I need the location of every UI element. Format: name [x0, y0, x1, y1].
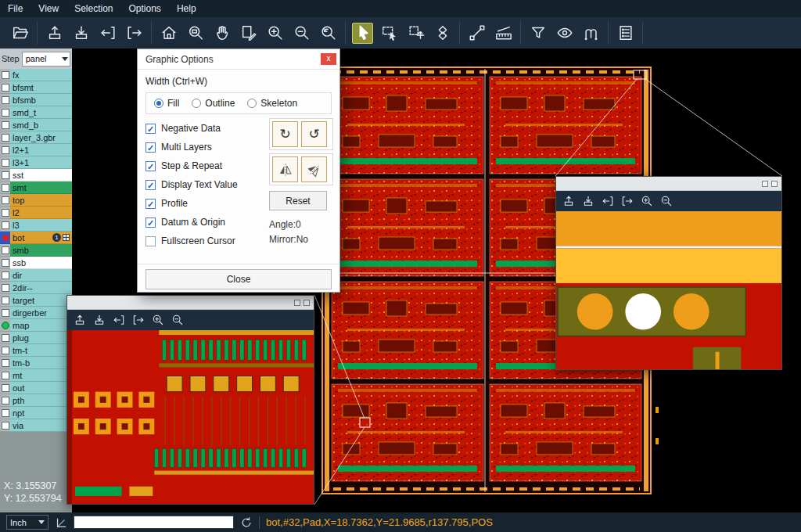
layer-row-l2[interactable]: l2 [0, 207, 72, 219]
layer-row-smd_t[interactable]: smd_t [0, 106, 72, 119]
back-left-icon[interactable] [113, 314, 125, 326]
zoom-in-icon[interactable] [152, 314, 164, 326]
pointer-icon[interactable] [352, 23, 373, 44]
checkbox-multi-layers[interactable]: ✓Multi Layers [145, 138, 263, 156]
layer-checkbox[interactable] [0, 269, 10, 282]
command-input[interactable] [74, 516, 234, 529]
active-layer-indicator[interactable] [0, 232, 10, 244]
layer-checkbox[interactable] [0, 419, 10, 432]
checkbox-negative-data[interactable]: ✓Negative Data [145, 119, 263, 138]
layer-row-smt[interactable]: smt [0, 182, 72, 194]
layer-row-l3+1[interactable]: l3+1 [0, 156, 72, 169]
layer-row-ssb[interactable]: ssb [0, 257, 72, 269]
layer-row-smb[interactable]: smb [0, 244, 72, 257]
layer-row-out[interactable]: out [0, 382, 72, 394]
mirror-vertical-icon[interactable] [301, 156, 327, 182]
unit-select[interactable]: Inch [6, 515, 48, 530]
checkbox-profile[interactable]: ✓Profile [145, 194, 263, 213]
magnifier-1-titlebar[interactable] [67, 296, 314, 310]
zoom-out-icon[interactable] [171, 314, 184, 326]
layer-checkbox[interactable] [0, 207, 10, 219]
radio-skeleton[interactable]: Skeleton [247, 98, 297, 109]
layer-checkbox[interactable] [0, 307, 10, 319]
radio-circle[interactable] [154, 99, 163, 108]
layer-checkbox[interactable] [0, 81, 10, 94]
magnifier-2-view[interactable] [556, 211, 781, 369]
layer-checkbox[interactable] [0, 369, 10, 382]
mirror-horizontal-icon[interactable] [272, 156, 298, 182]
export-icon[interactable] [70, 23, 92, 44]
zoom-out-icon[interactable] [291, 23, 312, 44]
back-left-icon[interactable] [602, 195, 614, 207]
layer-checkbox[interactable] [0, 144, 10, 156]
window-close-icon[interactable] [771, 181, 778, 187]
layer-row-dir[interactable]: dir [0, 269, 72, 282]
step-select[interactable]: panel [22, 52, 70, 66]
close-button[interactable]: Close [145, 269, 332, 289]
magnifier-1-view[interactable] [67, 330, 314, 504]
layer-row-l2+1[interactable]: l2+1 [0, 144, 72, 156]
ruler-icon[interactable] [493, 23, 514, 44]
layer-checkbox[interactable] [0, 156, 10, 169]
layer-checkbox[interactable] [0, 257, 10, 269]
layer-checkbox[interactable] [0, 357, 10, 369]
magnifier-window-1[interactable] [66, 295, 314, 505]
import-icon[interactable] [562, 195, 575, 207]
layer-visibility-dot[interactable] [0, 319, 10, 332]
layer-checkbox[interactable] [0, 131, 10, 144]
layer-row-smd_b[interactable]: smd_b [0, 119, 72, 131]
align-compare-icon[interactable] [432, 23, 453, 44]
layer-checkbox[interactable] [0, 169, 10, 182]
layer-checkbox[interactable] [0, 219, 10, 232]
layer-row-plug[interactable]: plug [0, 332, 72, 344]
layer-checkbox[interactable] [0, 244, 10, 257]
checkbox-box[interactable]: ✓ [145, 217, 156, 228]
menu-item-help[interactable]: Help [177, 3, 196, 14]
layer-row-via[interactable]: via [0, 419, 72, 432]
layer-checkbox[interactable] [0, 382, 10, 394]
open-folder-icon[interactable] [9, 23, 31, 44]
checkbox-display-text-value[interactable]: ✓Display Text Value [145, 175, 263, 194]
layer-row-sst[interactable]: sst [0, 169, 72, 182]
layer-checkbox[interactable] [0, 182, 10, 194]
radio-fill[interactable]: Fill [154, 98, 179, 109]
import-icon[interactable] [74, 314, 86, 326]
note-edit-icon[interactable] [238, 23, 259, 44]
import-icon[interactable] [44, 23, 65, 44]
layer-checkbox[interactable] [0, 94, 10, 106]
window-restore-icon[interactable] [762, 181, 768, 187]
checkbox-box[interactable]: ✓ [145, 124, 156, 134]
magnifier-2-titlebar[interactable] [556, 177, 781, 191]
forward-right-icon[interactable] [124, 23, 145, 44]
layer-row-map[interactable]: map [0, 319, 72, 332]
layer-row-l3[interactable]: l3 [0, 219, 72, 232]
layer-checkbox[interactable] [0, 407, 10, 419]
rotate-ccw-icon[interactable]: ↺ [301, 121, 327, 147]
layer-checkbox[interactable] [0, 194, 10, 207]
layer-row-2dir--[interactable]: 2dir-- [0, 282, 72, 294]
pan-hand-icon[interactable] [211, 23, 232, 44]
layer-row-target[interactable]: target [0, 294, 72, 307]
reset-button[interactable]: Reset [269, 191, 327, 210]
layer-row-bot[interactable]: bot1 [0, 232, 72, 244]
menu-item-file[interactable]: File [8, 3, 23, 14]
layer-row-bfsmb[interactable]: bfsmb [0, 94, 72, 106]
checkbox-box[interactable] [145, 236, 156, 246]
zoom-in-icon[interactable] [641, 195, 653, 207]
line-tool-icon[interactable] [466, 23, 487, 44]
layer-checkbox[interactable] [0, 119, 10, 131]
layer-checkbox[interactable] [0, 282, 10, 294]
window-restore-icon[interactable] [294, 300, 300, 306]
export-icon[interactable] [582, 195, 594, 207]
back-left-icon[interactable] [97, 23, 118, 44]
layer-row-bfsmt[interactable]: bfsmt [0, 81, 72, 94]
dialog-close-button[interactable]: x [321, 53, 336, 65]
checkbox-box[interactable]: ✓ [145, 161, 156, 171]
layer-row-dirgerber[interactable]: dirgerber [0, 307, 72, 319]
zoom-prev-icon[interactable] [318, 23, 339, 44]
layer-row-layer_3.gbr[interactable]: layer_3.gbr [0, 131, 72, 144]
checkbox-box[interactable]: ✓ [145, 142, 156, 153]
layer-row-fx[interactable]: fx [0, 69, 72, 81]
dialog-titlebar[interactable]: Graphic Options x [138, 49, 339, 70]
measure-icon[interactable] [580, 23, 602, 44]
